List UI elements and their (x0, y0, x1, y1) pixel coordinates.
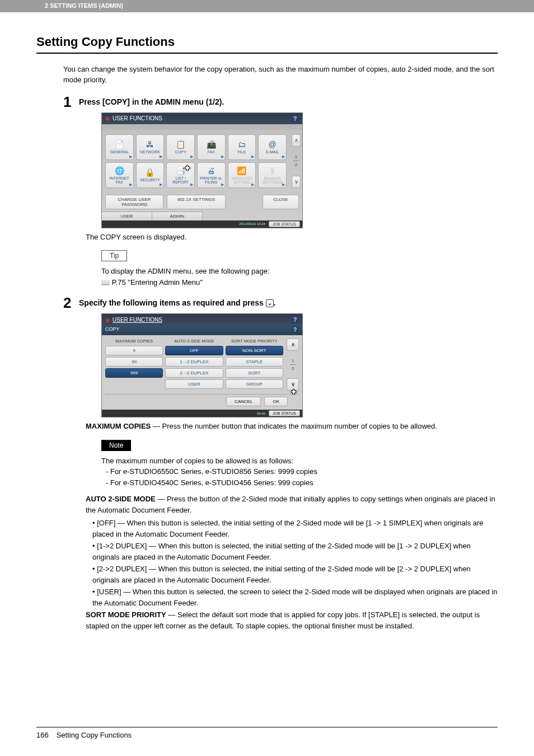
job-status-button[interactable]: JOB STATUS (269, 410, 300, 416)
step-1-number: 1 (63, 95, 79, 109)
option-9[interactable]: 9 (105, 346, 163, 355)
tab-admin[interactable]: ADMIN (152, 212, 203, 220)
sortmode-lead: SORT MODE PRIORITY (86, 611, 166, 619)
page-number: 166 (36, 731, 49, 739)
admin-tile-fax[interactable]: 📠FAX▶ (197, 134, 226, 160)
step1-after-text: The COPY screen is displayed. (86, 232, 498, 243)
footer-title: Setting Copy Functions (57, 731, 132, 739)
option-staple[interactable]: STAPLE (226, 357, 283, 367)
step-2-instruction: Specify the following items as required … (79, 295, 498, 308)
maxcopies-text: — Press the number button that indicates… (151, 422, 437, 430)
option-999[interactable]: 999 (105, 368, 163, 378)
timestamp: 2011/05/10 10:24 (239, 222, 265, 226)
tip-line1: To display the ADMIN menu, see the follo… (101, 266, 498, 277)
page-up-button[interactable]: ∧ (287, 339, 299, 351)
note-label: Note (101, 440, 131, 451)
auto2side-item: [OFF] — When this button is selected, th… (92, 518, 498, 539)
note-item: For e-STUDIO6550C Series, e-STUDIO856 Se… (106, 466, 498, 477)
help-icon[interactable]: ? (291, 326, 299, 334)
down-arrow-icon: ⌄ (266, 299, 274, 307)
red-indicator-icon: ◉ (105, 115, 110, 121)
admin-tile-general[interactable]: 📄GENERAL▶ (105, 134, 134, 160)
tip-label: Tip (101, 250, 127, 261)
admin-tile-wireless-setting: 📶WIRELESS SETTING▶ (228, 162, 256, 188)
admin-tile-e-mail[interactable]: @E-MAIL▶ (258, 134, 287, 160)
option-99[interactable]: 99 (105, 357, 163, 367)
auto2side-item: [2->2 DUPLEX] — When this button is sele… (92, 564, 498, 585)
page-down-button[interactable]: ∨ (287, 378, 299, 391)
admin-tile-security[interactable]: 🔒SECURITY▶ (136, 162, 165, 188)
auto2side-item: [USER] — When this button is selected, t… (92, 586, 498, 608)
note-intro: The maximum number of copies to be allow… (101, 456, 498, 467)
col-max-copies-header: MAXIMUM COPIES (105, 339, 163, 346)
admin-tile-bluetooth-settings: ᛒBluetooth SETTINGS▶ (258, 162, 287, 188)
step-2-number: 2 (63, 295, 79, 310)
ss1-title: USER FUNCTIONS (113, 115, 162, 121)
page-indicator-top: 1 (287, 358, 299, 363)
option-sort[interactable]: SORT (226, 368, 283, 378)
option-off[interactable]: OFF (165, 346, 223, 355)
option-group[interactable]: GROUP (226, 379, 283, 389)
note-item: For e-STUDIO4540C Series, e-STUDIO456 Se… (106, 477, 498, 489)
auto2side-item: [1->2 DUPLEX] — When this button is sele… (92, 541, 498, 562)
help-icon[interactable]: ? (291, 316, 299, 323)
col-sortmode-header: SORT MODE PRIORITY (226, 339, 283, 346)
screenshot-admin-menu: ◉ USER FUNCTIONS ? 📄GENERAL▶🖧NETWORK▶📋CO… (101, 112, 303, 228)
admin-tile-file[interactable]: 🗂FILE▶ (228, 134, 256, 160)
timestamp: 09:42 (257, 412, 265, 415)
maxcopies-lead: MAXIMUM COPIES (86, 422, 151, 430)
help-icon[interactable]: ? (291, 115, 299, 123)
ss2-title: USER FUNCTIONS (113, 317, 162, 323)
page-title: Setting Copy Functions (36, 35, 498, 49)
option-user[interactable]: USER (165, 379, 223, 389)
page-indicator-bottom: 3 (287, 366, 299, 371)
intro-text: You can change the system behavior for t… (63, 64, 498, 86)
tab-user[interactable]: USER (102, 212, 152, 220)
red-indicator-icon: ◉ (105, 317, 110, 323)
ok-button[interactable]: OK (264, 397, 288, 406)
admin-tile-list-report[interactable]: 📑LIST / REPORT▶ (166, 162, 195, 188)
close-button[interactable]: CLOSE (263, 195, 299, 209)
book-icon: 📖 (101, 278, 110, 288)
admin-tile-printer-e-filing[interactable]: 🖨PRINTER /e-FILING▶ (197, 162, 226, 188)
page-indicator-bottom: 2 (292, 162, 301, 167)
title-underline (36, 53, 498, 54)
col-auto2side-header: AUTO 2-SIDE MODE (165, 339, 223, 346)
admin-tile-internet-fax[interactable]: 🌐INTERNET FAX▶ (105, 162, 134, 188)
job-status-button[interactable]: JOB STATUS (269, 221, 300, 227)
chapter-header: 2 SETTING ITEMS (ADMIN) (0, 0, 534, 12)
option-2-2-duplex[interactable]: 2→2 DUPLEX (165, 368, 223, 378)
option-non-sort[interactable]: NON-SORT (226, 346, 283, 355)
step-1-instruction: Press [COPY] in the ADMIN menu (1/2). (79, 95, 498, 107)
page-indicator-top: 1 (292, 154, 301, 159)
admin-tile-network[interactable]: 🖧NETWORK▶ (136, 134, 165, 160)
option-1-2-duplex[interactable]: 1→2 DUPLEX (165, 357, 223, 367)
breadcrumb: COPY (105, 326, 120, 334)
change-user-password-button[interactable]: CHANGE USER PASSWORD (105, 195, 163, 209)
tip-line2: P.75 "Entering Admin Menu" (112, 278, 203, 287)
page-up-button[interactable]: ∧ (292, 134, 301, 147)
auto2side-lead: AUTO 2-SIDE MODE (86, 495, 156, 503)
admin-tile-copy[interactable]: 📋COPY▶ (166, 134, 195, 160)
cancel-button[interactable]: CANCEL (226, 397, 261, 406)
page-down-button[interactable]: ∨ (292, 176, 301, 188)
8021x-settings-button[interactable]: 802.1X SETTINGS (167, 195, 225, 209)
screenshot-copy-settings: ◉ USER FUNCTIONS ? COPY ? MAXIMUM COPIES… (101, 313, 303, 417)
